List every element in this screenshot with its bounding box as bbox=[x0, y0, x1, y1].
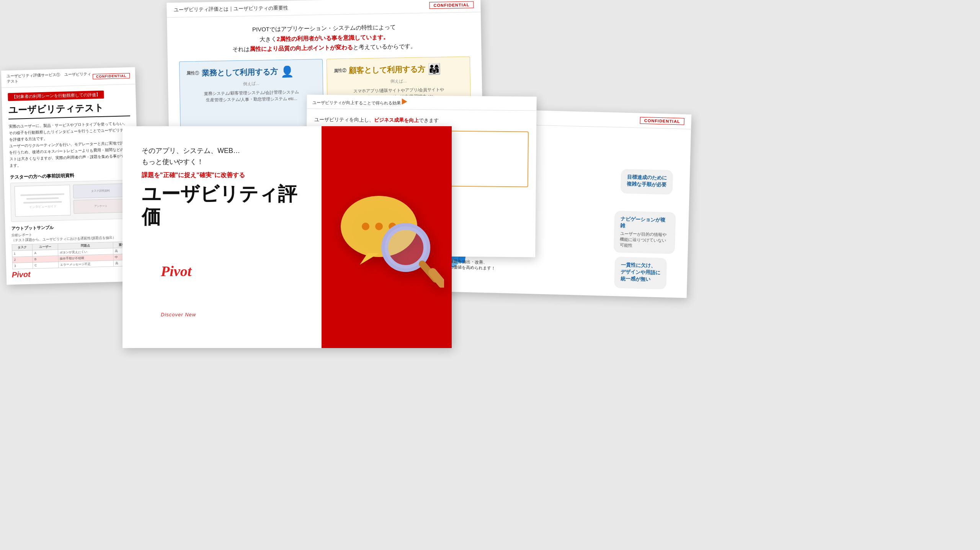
tester-docs-title: テスターの方への事前説明資料 bbox=[10, 171, 132, 181]
pivot-tagline: Discover New bbox=[161, 312, 283, 317]
arrow-icon bbox=[402, 99, 407, 105]
cover-left-panel: そのアプリ、システム、WEB… もっと使いやすく！ 課題を"正確"に捉え"確実"… bbox=[122, 126, 322, 348]
cover-logo-area: Pivot Discover New bbox=[142, 244, 302, 333]
output-section: アウトプットサンプル 分析レポート（テスト課題から、ユーザビリティにおける遅延性… bbox=[11, 223, 134, 269]
output-table: タスクユーザー問題点重要度 1Aボタンが見えにくい高 2B操作手順が不明確中 3… bbox=[12, 241, 134, 269]
confidential-badge-right: CONFIDENTIAL bbox=[640, 117, 684, 125]
svg-point-2 bbox=[362, 223, 369, 230]
evaluation-tag: 【対象者の利用シーンを行動観察しての評価】 bbox=[8, 91, 104, 101]
arrow-indicator bbox=[402, 101, 407, 106]
cover-sub-text: そのアプリ、システム、WEB… もっと使いやすく！ bbox=[142, 145, 302, 168]
bubble-2: ナビゲーションが複雑 ユーザーが目的の情報や機能に辿りつけていない可能性 bbox=[614, 211, 676, 254]
effect-slide-header: ユーザビリティが向上することで得られる効果 bbox=[307, 94, 537, 111]
tester-doc-preview: インタビューガイド タスク説明資料 アンケート bbox=[10, 180, 133, 222]
confidential-badge: CONFIDENTIAL bbox=[429, 1, 474, 9]
pivot-logo-cover: Pivot bbox=[161, 263, 283, 280]
intro-paragraph: PIVOTではアプリケーション・システムの特性によって 大きく2属性の利用者がい… bbox=[178, 21, 470, 55]
pivot-logo-small: Pivot bbox=[11, 270, 30, 279]
cover-illustration bbox=[329, 173, 444, 302]
person-icon: 👤 bbox=[280, 65, 294, 78]
cover-tag-line: 課題を"正確"に捉え"確実"に改善する bbox=[142, 171, 302, 179]
test-title: ユーザビリティテスト bbox=[8, 101, 130, 119]
attr1-title: 属性① 業務として利用する方 👤 bbox=[186, 65, 316, 80]
slide-cover: そのアプリ、システム、WEB… もっと使いやすく！ 課題を"正確"に捉え"確実"… bbox=[122, 126, 452, 348]
test-description: 実際のユーザーに、製品・サービスやプロトタイプを使ってもらい、その様子を行動観察… bbox=[8, 120, 131, 169]
svg-marker-1 bbox=[360, 253, 379, 265]
slide-header-title: ユーザビリティ評価とは｜ユーザビリティの重要性 bbox=[173, 5, 288, 13]
slide-usability-test: ユーザビリティ評価サービス① ユーザビリティテスト CONFIDENTIAL 【… bbox=[1, 67, 141, 285]
persons-icon: 👨‍👩‍👧 bbox=[428, 62, 441, 75]
bubble-1: 目標達成のために複雑な手順が必要 bbox=[621, 169, 673, 195]
cover-svg-illustration bbox=[329, 173, 444, 288]
cover-main-title: ユーザビリティ評価 bbox=[142, 182, 302, 228]
confidential-badge-midleft: CONFIDENTIAL bbox=[93, 73, 130, 80]
effect-description: ユーザビリティを向上し、ビジネス成果を向上できます bbox=[314, 116, 529, 125]
bubble-3: 一貫性に欠け、デザインや用語に統一感が無い bbox=[614, 257, 667, 290]
svg-point-3 bbox=[375, 223, 383, 230]
attr2-title: 属性② 顧客として利用する方 👨‍👩‍👧 bbox=[334, 62, 463, 77]
cover-right-panel bbox=[322, 126, 452, 348]
cover-text-area: そのアプリ、システム、WEB… もっと使いやすく！ 課題を"正確"に捉え"確実"… bbox=[142, 145, 302, 228]
slide-header-service: ユーザビリティ評価サービス① ユーザビリティテスト bbox=[7, 71, 93, 84]
